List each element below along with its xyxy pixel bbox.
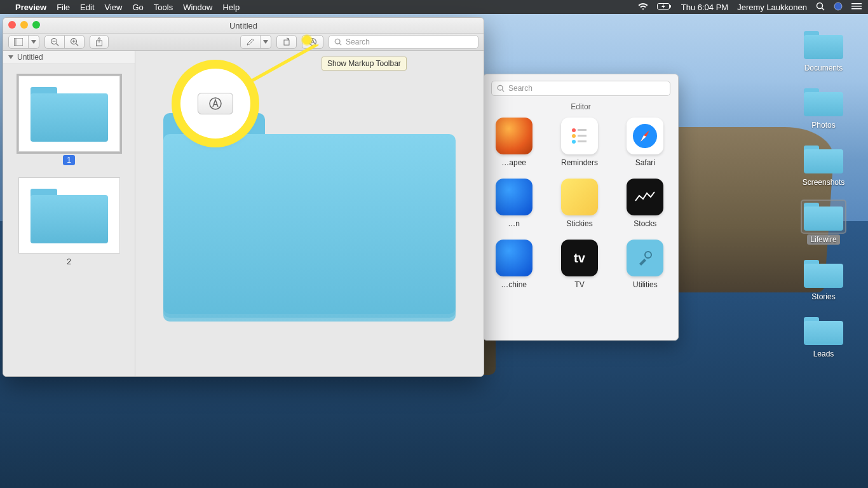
wifi-icon[interactable]	[638, 3, 648, 12]
svg-line-29	[76, 44, 79, 46]
app-item[interactable]: …apee	[484, 118, 544, 167]
apps-search-input[interactable]: Search	[491, 81, 670, 96]
sidebar-doc-header[interactable]: Untitled	[3, 51, 135, 64]
sidebar-mode-button[interactable]	[8, 35, 29, 49]
menu-view[interactable]: View	[105, 3, 123, 12]
tv-icon: tv	[561, 240, 598, 276]
folder-icon	[28, 185, 111, 246]
app-item[interactable]: …chine	[484, 240, 544, 289]
svg-rect-12	[578, 129, 587, 131]
battery-icon[interactable]	[657, 3, 672, 12]
applications-window: Search Editor …apee Reminders Safari …n …	[483, 74, 679, 341]
apps-search-placeholder: Search	[508, 84, 532, 93]
app-icon	[496, 179, 532, 215]
menu-go[interactable]: Go	[132, 3, 143, 12]
menu-edit[interactable]: Edit	[80, 3, 94, 12]
share-button[interactable]	[90, 35, 109, 49]
zoom-segment	[44, 35, 85, 49]
utilities-icon	[627, 240, 663, 276]
folder-icon	[801, 29, 846, 62]
desktop-folder-screenshots[interactable]: Screenshots	[799, 143, 848, 187]
zoom-button[interactable]	[32, 21, 40, 29]
window-title: Untitled	[229, 21, 257, 30]
folder-icon	[28, 83, 111, 144]
desktop-folders: Documents Photos Screenshots Lifewire St…	[792, 29, 855, 359]
thumbnail-1[interactable]	[18, 76, 120, 152]
app-icon	[496, 240, 532, 276]
menubar: Preview File Edit View Go Tools Window H…	[0, 0, 868, 14]
svg-line-10	[502, 90, 504, 92]
siri-icon[interactable]	[834, 2, 843, 13]
menu-tools[interactable]: Tools	[154, 3, 173, 12]
app-item-utilities[interactable]: Utilities	[615, 240, 675, 289]
svg-point-15	[572, 140, 576, 144]
app-item-reminders[interactable]: Reminders	[549, 118, 609, 167]
thumbnail-2-label: 2	[3, 257, 135, 266]
zoom-in-button[interactable]	[65, 35, 85, 49]
svg-line-3	[822, 8, 825, 10]
preview-search-placeholder: Search	[346, 37, 370, 46]
svg-rect-16	[578, 140, 587, 142]
svg-rect-8	[851, 8, 862, 10]
menubar-app-name[interactable]: Preview	[15, 3, 46, 12]
folder-icon	[801, 200, 846, 233]
desktop-folder-lifewire[interactable]: Lifewire	[801, 200, 846, 245]
desktop-folder-documents[interactable]: Documents	[801, 29, 846, 73]
preview-sidebar: Untitled 1 2	[3, 51, 135, 376]
sidebar-mode-menu[interactable]	[29, 35, 39, 49]
folder-icon	[801, 143, 846, 176]
tooltip-show-markup-toolbar: Show Markup Toolbar	[322, 57, 407, 71]
app-item-stickies[interactable]: Stickies	[549, 179, 609, 228]
svg-marker-34	[263, 40, 268, 44]
menu-file[interactable]: File	[57, 3, 70, 12]
minimize-button[interactable]	[20, 21, 28, 29]
apps-grid: …apee Reminders Safari …n Stickies Stock…	[484, 118, 678, 294]
app-item[interactable]: …n	[484, 179, 544, 228]
markup-icon	[198, 93, 233, 114]
desktop-folder-photos[interactable]: Photos	[801, 86, 846, 130]
app-item-stocks[interactable]: Stocks	[615, 179, 675, 228]
stickies-icon	[561, 179, 598, 215]
svg-marker-24	[31, 40, 36, 44]
preview-search-input[interactable]: Search	[329, 35, 478, 49]
search-icon	[334, 38, 342, 46]
search-icon	[497, 85, 505, 92]
svg-rect-7	[851, 6, 862, 7]
svg-rect-6	[851, 3, 862, 4]
svg-rect-23	[14, 38, 17, 46]
desktop-folder-stories[interactable]: Stories	[801, 257, 846, 302]
menubar-clock[interactable]: Thu 6:04 PM	[681, 3, 728, 12]
svg-point-21	[645, 252, 651, 258]
svg-point-9	[498, 85, 503, 90]
view-mode-segment	[8, 35, 39, 49]
zoom-out-button[interactable]	[44, 35, 65, 49]
disclosure-icon	[8, 55, 13, 59]
svg-line-39	[339, 43, 341, 45]
folder-icon	[801, 257, 846, 290]
window-titlebar[interactable]: Untitled	[3, 18, 484, 33]
safari-icon	[627, 118, 663, 154]
menu-help[interactable]: Help	[222, 3, 240, 12]
app-icon	[496, 118, 532, 154]
desktop-folder-leads[interactable]: Leads	[801, 315, 846, 359]
reminders-icon	[561, 118, 598, 154]
folder-icon	[801, 315, 846, 348]
callout-markup-button	[180, 69, 250, 139]
spotlight-icon[interactable]	[816, 2, 825, 13]
svg-rect-1	[670, 5, 671, 8]
svg-point-38	[335, 39, 340, 44]
close-button[interactable]	[8, 21, 16, 29]
app-item-safari[interactable]: Safari	[615, 118, 675, 167]
callout-ring	[180, 69, 250, 139]
menubar-user[interactable]: Jeremy Laukkonen	[737, 3, 807, 12]
app-item-tv[interactable]: tvTV	[549, 240, 609, 289]
notification-center-icon[interactable]	[851, 3, 862, 12]
thumbnail-1-label: 1	[3, 156, 135, 165]
svg-rect-14	[578, 135, 587, 137]
menu-window[interactable]: Window	[183, 3, 212, 12]
traffic-lights	[8, 21, 40, 29]
stocks-icon	[627, 179, 663, 215]
thumbnail-2[interactable]	[18, 177, 120, 254]
svg-point-11	[572, 128, 576, 132]
apps-section-label: Editor	[484, 102, 678, 111]
